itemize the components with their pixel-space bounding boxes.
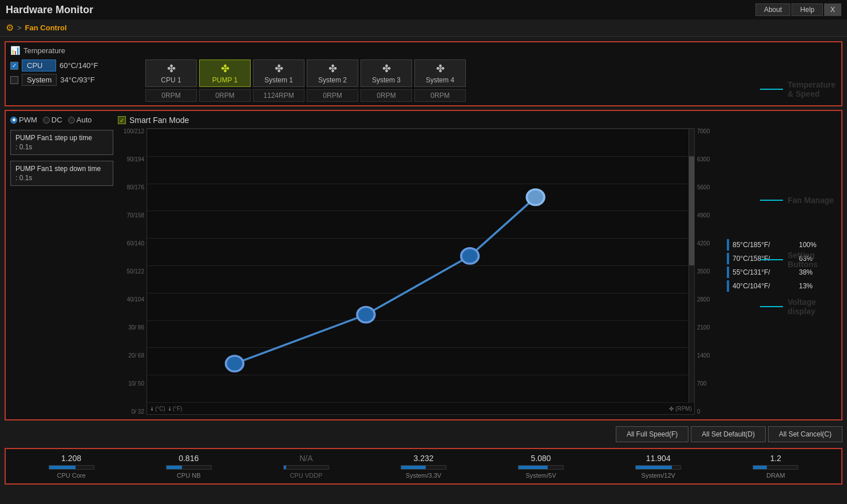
temp-header: 📊 Temperature bbox=[10, 46, 837, 57]
fan-chart-svg bbox=[147, 129, 694, 403]
rpm-label-0: 7000 bbox=[697, 128, 718, 134]
voltage-dram: 1.2 DRAM bbox=[747, 454, 804, 479]
fan-tab-label-system2: System 2 bbox=[318, 76, 347, 84]
rpm-label-3: 4900 bbox=[697, 212, 718, 219]
fan-tab-system2[interactable]: ✤ System 2 bbox=[307, 59, 358, 87]
all-full-speed-button[interactable]: All Full Speed(F) bbox=[616, 426, 688, 442]
y-label-3: 70/158 bbox=[118, 212, 144, 219]
rpm-label-4: 4200 bbox=[697, 240, 718, 247]
voltage-sys-33v-track bbox=[401, 465, 446, 470]
all-set-default-button[interactable]: All Set Default(D) bbox=[691, 426, 766, 442]
y-label-7: 30/ 86 bbox=[118, 324, 144, 331]
dc-radio-circle bbox=[43, 117, 50, 124]
fan-rpms: 0RPM 0RPM 1124RPM 0RPM 0RPM 0RPM bbox=[145, 89, 837, 102]
chart-point-2[interactable] bbox=[357, 307, 375, 322]
auto-radio-circle bbox=[68, 117, 75, 124]
chart-point-1[interactable] bbox=[226, 356, 244, 371]
chart-scrollbar[interactable] bbox=[688, 129, 694, 403]
annotation-label-fan: Fan Manage bbox=[787, 196, 834, 205]
all-set-cancel-button[interactable]: All Set Cancel(C) bbox=[768, 426, 842, 442]
close-button[interactable]: X bbox=[824, 3, 841, 16]
sensor-row-cpu: CPU 60°C/140°F bbox=[10, 59, 142, 72]
fan-curve-line bbox=[235, 197, 536, 364]
cpu-sensor-name: CPU bbox=[22, 59, 56, 72]
fan-tab-system4[interactable]: ✤ System 4 bbox=[414, 59, 466, 87]
cpu-sensor-value: 60°C/140°F bbox=[60, 61, 98, 70]
voltage-cpu-core-value: 1.208 bbox=[61, 454, 81, 463]
voltage-sys-5v-label: System/5V bbox=[526, 472, 556, 479]
voltage-dram-fill bbox=[753, 466, 766, 469]
annotation-label-voltage: Voltage display bbox=[787, 297, 816, 316]
annotation-temp-speed: Temperature & Speed bbox=[760, 80, 836, 98]
pwm-radio[interactable]: PWM bbox=[10, 116, 37, 124]
fan-rpm-pump1: 0RPM bbox=[199, 89, 251, 102]
temp-speed-section: 📊 Temperature CPU 60°C/140°F System 34°C… bbox=[5, 41, 842, 106]
fan-tab-label-system3: System 3 bbox=[372, 76, 401, 84]
auto-radio[interactable]: Auto bbox=[68, 116, 92, 124]
voltage-sys-12v-fill bbox=[636, 466, 671, 469]
voltage-cpu-vddp: N/A CPU VDDP bbox=[278, 454, 335, 479]
rpm-label-2: 5600 bbox=[697, 184, 718, 191]
fan-tab-system1[interactable]: ✤ System 1 bbox=[253, 59, 304, 87]
voltage-cpu-nb-value: 0.816 bbox=[179, 454, 199, 463]
voltage-cpu-vddp-value: N/A bbox=[299, 454, 312, 463]
fan-icon-system4: ✤ bbox=[436, 62, 445, 75]
temperature-icon: 📊 bbox=[10, 46, 20, 55]
dc-radio[interactable]: DC bbox=[43, 116, 62, 124]
chart-x-axis: 🌡(°C) 🌡(°F) ✤ (RPM) bbox=[147, 403, 694, 414]
annotations: Temperature & Speed Fan Manage Setting B… bbox=[760, 51, 836, 316]
chart-scrollbar-thumb[interactable] bbox=[689, 156, 694, 266]
fan-tab-system3[interactable]: ✤ System 3 bbox=[361, 59, 412, 87]
fan-rpm-cpu1: 0RPM bbox=[145, 89, 197, 102]
fan-rpm-system2: 0RPM bbox=[307, 89, 358, 102]
annotation-line-fan bbox=[760, 200, 783, 201]
voltage-dram-label: DRAM bbox=[766, 472, 785, 479]
annotation-voltage: Voltage display bbox=[760, 297, 836, 316]
voltage-sys-33v-label: System/3.3V bbox=[406, 472, 441, 479]
fan-icon-system1: ✤ bbox=[275, 62, 283, 75]
help-button[interactable]: Help bbox=[791, 3, 823, 16]
fan-rpm-system1: 1124RPM bbox=[253, 89, 304, 102]
voltage-sys-12v-value: 11.904 bbox=[646, 454, 671, 463]
breadcrumb: ⚙ > Fan Control bbox=[0, 19, 847, 37]
voltage-dram-track bbox=[753, 465, 798, 470]
chart-container: 100/212 90/194 80/176 70/158 60/140 50/1… bbox=[118, 128, 718, 415]
smart-fan-label: Smart Fan Mode bbox=[129, 116, 189, 125]
breadcrumb-current: Fan Control bbox=[25, 23, 67, 32]
system-sensor-name: System bbox=[22, 74, 57, 86]
auto-label: Auto bbox=[77, 116, 92, 124]
about-button[interactable]: About bbox=[755, 3, 790, 16]
temp-speed-row: CPU 60°C/140°F System 34°C/93°F ✤ CPU 1 bbox=[10, 59, 837, 102]
voltage-sys-12v: 11.904 System/12V bbox=[630, 454, 687, 479]
chart-point-3[interactable] bbox=[461, 248, 479, 264]
system-sensor-checkbox[interactable] bbox=[10, 76, 18, 84]
fan-tab-pump1[interactable]: ✤ PUMP 1 bbox=[199, 59, 251, 87]
system-sensor-value: 34°C/93°F bbox=[60, 76, 94, 84]
chart-main[interactable]: 🌡(°C) 🌡(°F) ✤ (RPM) bbox=[147, 128, 695, 415]
voltage-sys-5v: 5.080 System/5V bbox=[512, 454, 569, 479]
cpu-sensor-checkbox[interactable] bbox=[10, 62, 18, 70]
chart-point-4[interactable] bbox=[527, 189, 544, 205]
annotation-line-setting bbox=[760, 259, 783, 260]
smart-fan-header: Smart Fan Mode bbox=[118, 116, 718, 125]
rpm-label-9: 700 bbox=[697, 380, 718, 387]
rpm-label-6: 2800 bbox=[697, 296, 718, 303]
voltage-dram-value: 1.2 bbox=[770, 454, 781, 463]
annotation-fan-manage: Fan Manage bbox=[760, 196, 836, 205]
step-down-info: PUMP Fan1 step down time : 0.1s bbox=[10, 161, 113, 186]
fan-manager-section: PWM DC Auto PUMP Fan1 step up time : 0.1… bbox=[5, 110, 842, 420]
pwm-label: PWM bbox=[19, 116, 37, 124]
temp-header-label: Temperature bbox=[23, 46, 65, 55]
y-label-6: 40/104 bbox=[118, 296, 144, 303]
voltage-cpu-core: 1.208 CPU Core bbox=[43, 454, 100, 479]
smart-fan-checkbox[interactable] bbox=[118, 116, 126, 124]
annotation-label-setting: Setting Buttons bbox=[787, 251, 818, 269]
fan-ref-bar-1 bbox=[727, 253, 729, 264]
y-label-4: 60/140 bbox=[118, 240, 144, 247]
fan-icon-system2: ✤ bbox=[328, 62, 337, 75]
fan-tab-cpu1[interactable]: ✤ CPU 1 bbox=[145, 59, 197, 87]
fan-ref-bar-2 bbox=[727, 267, 729, 278]
fan-tab-label-system1: System 1 bbox=[264, 76, 293, 84]
voltage-sys-33v-value: 3.232 bbox=[413, 454, 433, 463]
fan-tabs: ✤ CPU 1 ✤ PUMP 1 ✤ System 1 ✤ System 2 bbox=[145, 59, 837, 87]
